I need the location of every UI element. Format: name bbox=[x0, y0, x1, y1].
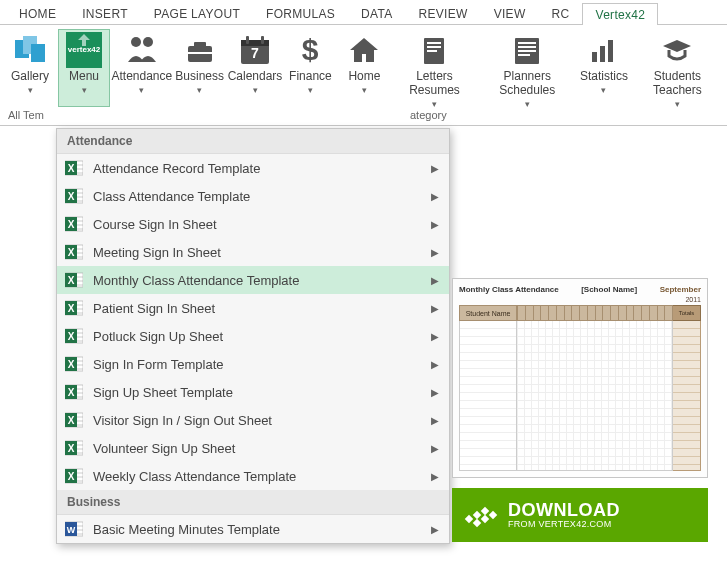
tab-insert[interactable]: INSERT bbox=[69, 2, 141, 24]
students-icon bbox=[659, 32, 695, 68]
tab-vertex42[interactable]: Vertex42 bbox=[582, 3, 658, 25]
menu-item[interactable]: Monthly Class Attendance Template▶ bbox=[57, 266, 449, 294]
ribbon-menu[interactable]: Menu ▾ bbox=[58, 29, 110, 107]
template-preview-panel: Monthly Class Attendance [School Name] S… bbox=[452, 278, 712, 542]
template-thumbnail: Monthly Class Attendance [School Name] S… bbox=[452, 278, 708, 478]
menu-item[interactable]: Weekly Class Attendance Template▶ bbox=[57, 462, 449, 490]
word-icon bbox=[65, 520, 83, 538]
download-icon bbox=[464, 498, 498, 532]
submenu-arrow-icon: ▶ bbox=[431, 163, 439, 174]
menu-item[interactable]: Class Attendance Template▶ bbox=[57, 182, 449, 210]
ribbon-business[interactable]: Business ▾ bbox=[174, 29, 226, 107]
preview-title: Monthly Class Attendance bbox=[459, 285, 559, 294]
preview-school: [School Name] bbox=[581, 285, 637, 294]
menu-item-label: Sign In Form Template bbox=[93, 357, 421, 372]
submenu-arrow-icon: ▶ bbox=[431, 471, 439, 482]
preview-col-student: Student Name bbox=[459, 305, 517, 321]
ribbon-letters-resumes[interactable]: Letters Resumes ▾ bbox=[392, 29, 476, 107]
excel-icon bbox=[65, 215, 83, 233]
template-menu: Attendance Attendance Record Template▶Cl… bbox=[56, 128, 450, 544]
preview-totals-column bbox=[673, 321, 701, 471]
menu-item[interactable]: Course Sign In Sheet▶ bbox=[57, 210, 449, 238]
preview-month: September bbox=[660, 285, 701, 294]
calendar-icon bbox=[237, 32, 273, 68]
submenu-arrow-icon: ▶ bbox=[431, 415, 439, 426]
planners-icon bbox=[509, 32, 545, 68]
preview-grid-body bbox=[517, 321, 673, 471]
excel-icon bbox=[65, 383, 83, 401]
submenu-arrow-icon: ▶ bbox=[431, 443, 439, 454]
submenu-arrow-icon: ▶ bbox=[431, 303, 439, 314]
chevron-down-icon: ▾ bbox=[308, 85, 313, 95]
excel-icon bbox=[65, 159, 83, 177]
chevron-down-icon: ▾ bbox=[362, 85, 367, 95]
chevron-down-icon: ▾ bbox=[601, 85, 606, 95]
finance-icon bbox=[292, 32, 328, 68]
submenu-arrow-icon: ▶ bbox=[431, 359, 439, 370]
menu-item-label: Attendance Record Template bbox=[93, 161, 421, 176]
ribbon-calendars[interactable]: Calendars ▾ bbox=[228, 29, 283, 107]
ribbon-statistics-label: Statistics bbox=[580, 70, 628, 84]
ribbon-home[interactable]: Home ▾ bbox=[338, 29, 390, 107]
attendance-icon bbox=[124, 32, 160, 68]
excel-icon bbox=[65, 411, 83, 429]
menu-item-label: Weekly Class Attendance Template bbox=[93, 469, 421, 484]
menu-header-attendance: Attendance bbox=[57, 129, 449, 154]
ribbon-gallery-label: Gallery bbox=[11, 70, 49, 84]
ribbon-planners-schedules[interactable]: Planners Schedules ▾ bbox=[479, 29, 576, 107]
preview-grid-header bbox=[517, 305, 673, 321]
menu-item[interactable]: Potluck Sign Up Sheet▶ bbox=[57, 322, 449, 350]
ribbon-finance-label: Finance bbox=[289, 70, 332, 84]
submenu-arrow-icon: ▶ bbox=[431, 387, 439, 398]
menu-item[interactable]: Sign Up Sheet Template▶ bbox=[57, 378, 449, 406]
ribbon-attendance-label: Attendance bbox=[111, 70, 172, 84]
preview-name-column bbox=[459, 321, 517, 471]
submenu-arrow-icon: ▶ bbox=[431, 219, 439, 230]
tab-home[interactable]: HOME bbox=[6, 2, 69, 24]
chevron-down-icon: ▾ bbox=[525, 99, 530, 109]
menu-item-label: Volunteer Sign Up Sheet bbox=[93, 441, 421, 456]
chevron-down-icon: ▾ bbox=[675, 99, 680, 109]
menu-item[interactable]: Basic Meeting Minutes Template▶ bbox=[57, 515, 449, 543]
ribbon-business-label: Business bbox=[175, 70, 224, 84]
menu-item-label: Visitor Sign In / Sign Out Sheet bbox=[93, 413, 421, 428]
menu-item-label: Course Sign In Sheet bbox=[93, 217, 421, 232]
tab-review[interactable]: REVIEW bbox=[406, 2, 481, 24]
download-button[interactable]: DOWNLOAD FROM VERTEX42.COM bbox=[452, 488, 708, 542]
submenu-arrow-icon: ▶ bbox=[431, 524, 439, 535]
menu-item[interactable]: Attendance Record Template▶ bbox=[57, 154, 449, 182]
tab-rc[interactable]: RC bbox=[539, 2, 583, 24]
vertex42-icon bbox=[66, 32, 102, 68]
excel-icon bbox=[65, 467, 83, 485]
ribbon-gallery[interactable]: Gallery ▾ bbox=[4, 29, 56, 107]
menu-item-label: Sign Up Sheet Template bbox=[93, 385, 421, 400]
menu-item[interactable]: Visitor Sign In / Sign Out Sheet▶ bbox=[57, 406, 449, 434]
statistics-icon bbox=[586, 32, 622, 68]
excel-icon bbox=[65, 243, 83, 261]
business-icon bbox=[182, 32, 218, 68]
tab-data[interactable]: DATA bbox=[348, 2, 405, 24]
ribbon-statistics[interactable]: Statistics ▾ bbox=[578, 29, 630, 107]
menu-item[interactable]: Volunteer Sign Up Sheet▶ bbox=[57, 434, 449, 462]
ribbon-finance[interactable]: Finance ▾ bbox=[284, 29, 336, 107]
ribbon-attendance[interactable]: Attendance ▾ bbox=[112, 29, 172, 107]
ribbon-students-teachers[interactable]: Students Teachers ▾ bbox=[632, 29, 723, 107]
tab-page-layout[interactable]: PAGE LAYOUT bbox=[141, 2, 253, 24]
menu-header-business: Business bbox=[57, 490, 449, 515]
menu-item[interactable]: Meeting Sign In Sheet▶ bbox=[57, 238, 449, 266]
tab-view[interactable]: VIEW bbox=[481, 2, 539, 24]
submenu-arrow-icon: ▶ bbox=[431, 191, 439, 202]
excel-icon bbox=[65, 439, 83, 457]
ribbon-letters-label: Letters Resumes bbox=[397, 70, 471, 98]
excel-icon bbox=[65, 327, 83, 345]
menu-item[interactable]: Sign In Form Template▶ bbox=[57, 350, 449, 378]
menu-item-label: Patient Sign In Sheet bbox=[93, 301, 421, 316]
ribbon: Gallery ▾ Menu ▾ Attendance ▾ Business ▾… bbox=[0, 24, 727, 126]
excel-icon bbox=[65, 299, 83, 317]
chevron-down-icon: ▾ bbox=[82, 85, 87, 95]
chevron-down-icon: ▾ bbox=[28, 85, 33, 95]
menu-item[interactable]: Patient Sign In Sheet▶ bbox=[57, 294, 449, 322]
tab-formulas[interactable]: FORMULAS bbox=[253, 2, 348, 24]
category-left-text: All Tem bbox=[8, 109, 50, 121]
menu-item-label: Meeting Sign In Sheet bbox=[93, 245, 421, 260]
